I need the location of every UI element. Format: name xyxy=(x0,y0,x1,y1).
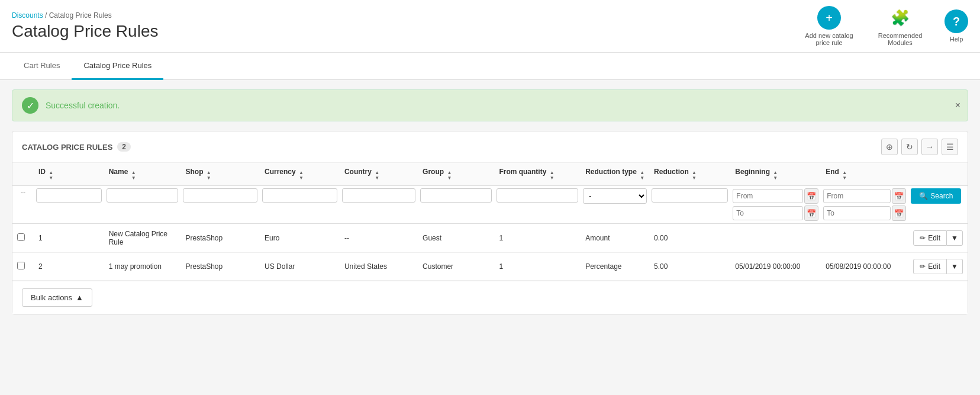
filter-beginning-to-input[interactable] xyxy=(733,206,803,220)
row1-actions: ✏ Edit ▼ xyxy=(908,224,968,253)
filter-beginning-from-calendar[interactable]: 📅 xyxy=(804,188,818,204)
breadcrumb-parent[interactable]: Discounts xyxy=(12,11,43,20)
price-rules-table: ID ▲▼ Name ▲▼ Shop ▲▼ Currency ▲▼ xyxy=(12,163,968,281)
table-panel-header: CATALOG PRICE RULES 2 ⊕ ↻ → ☰ xyxy=(12,131,968,163)
search-label: Search xyxy=(930,192,953,200)
panel-add-button[interactable]: ⊕ xyxy=(881,139,898,155)
filter-name-input[interactable] xyxy=(107,188,179,203)
col-reduction-type: Reduction type ▲▼ xyxy=(581,163,649,186)
filter-search-cell: 🔍 Search xyxy=(908,186,968,224)
row2-edit-button[interactable]: ✏ Edit xyxy=(913,259,947,274)
tab-catalog-price-rules[interactable]: Catalog Price Rules xyxy=(72,53,163,80)
panel-count-badge: 2 xyxy=(117,142,131,152)
page-title: Catalog Price Rules xyxy=(12,22,158,41)
sort-icon-beginning[interactable]: ▲▼ xyxy=(773,170,778,181)
filter-name xyxy=(104,186,181,224)
sort-icon-from-quantity[interactable]: ▲▼ xyxy=(550,170,555,181)
filter-beginning-from-input[interactable] xyxy=(733,189,803,203)
success-check-icon: ✓ xyxy=(22,97,38,114)
row1-group: Guest xyxy=(418,224,494,253)
filter-id-input[interactable] xyxy=(36,188,102,203)
row1-country: -- xyxy=(340,224,418,253)
panel-export-button[interactable]: → xyxy=(921,139,938,155)
sort-icon-name[interactable]: ▲▼ xyxy=(131,170,136,181)
row2-checkbox[interactable] xyxy=(17,262,25,269)
header: Discounts / Catalog Price Rules Catalog … xyxy=(0,0,980,53)
filter-reduction-input[interactable] xyxy=(652,188,728,203)
row1-id: 1 xyxy=(34,224,104,253)
filter-currency-input[interactable] xyxy=(262,188,337,203)
col-currency: Currency ▲▼ xyxy=(260,163,340,186)
filter-country-input[interactable] xyxy=(342,188,415,203)
filter-reduction xyxy=(649,186,730,224)
filter-beginning: 📅 📅 xyxy=(730,186,821,224)
row1-checkbox[interactable] xyxy=(17,233,25,241)
content-area: ✓ Successful creation. × CATALOG PRICE R… xyxy=(0,80,980,324)
filter-end-to-calendar[interactable]: 📅 xyxy=(892,205,906,221)
help-label: Help xyxy=(950,36,963,43)
bulk-actions-label: Bulk actions xyxy=(31,293,72,302)
row2-from-quantity: 1 xyxy=(494,253,581,281)
filter-from-quantity-input[interactable] xyxy=(497,188,578,203)
sort-icon-end[interactable]: ▲▼ xyxy=(842,170,847,181)
panel-title: CATALOG PRICE RULES 2 xyxy=(22,142,131,152)
filter-currency xyxy=(260,186,340,224)
filter-row: -- - Amount Percentage xyxy=(12,186,968,224)
row1-end xyxy=(821,224,908,253)
filter-end-from-calendar[interactable]: 📅 xyxy=(892,188,906,204)
recommended-modules-label: Recommended Modules xyxy=(873,32,927,46)
filter-country xyxy=(340,186,418,224)
sort-icon-group[interactable]: ▲▼ xyxy=(447,170,452,181)
table-panel: CATALOG PRICE RULES 2 ⊕ ↻ → ☰ ID ▲▼ xyxy=(12,131,968,314)
panel-columns-button[interactable]: ☰ xyxy=(942,139,958,155)
search-icon: 🔍 xyxy=(919,192,928,200)
recommended-modules-button[interactable]: 🧩 Recommended Modules xyxy=(873,6,927,46)
add-new-rule-button[interactable]: + Add new catalog price rule xyxy=(802,6,856,46)
row1-reduction: 0.00 xyxy=(649,224,730,253)
row1-reduction-type: Amount xyxy=(581,224,649,253)
row1-from-quantity: 1 xyxy=(494,224,581,253)
row1-edit-dropdown[interactable]: ▼ xyxy=(947,230,963,246)
edit-label: Edit xyxy=(928,234,940,242)
sort-icon-currency[interactable]: ▲▼ xyxy=(299,170,304,181)
row1-name: New Catalog Price Rule xyxy=(104,224,181,253)
sort-icon-reduction[interactable]: ▲▼ xyxy=(692,170,697,181)
row2-checkbox-cell xyxy=(12,253,34,281)
sort-icon-id[interactable]: ▲▼ xyxy=(49,170,53,181)
filter-shop-input[interactable] xyxy=(183,188,257,203)
sort-icon-reduction-type[interactable]: ▲▼ xyxy=(640,170,644,181)
success-close-button[interactable]: × xyxy=(955,100,960,111)
pencil-icon: ✏ xyxy=(920,262,926,271)
filter-end-to-input[interactable] xyxy=(823,206,891,220)
help-button[interactable]: ? Help xyxy=(944,9,968,43)
col-end: End ▲▼ xyxy=(821,163,908,186)
row2-currency: US Dollar xyxy=(260,253,340,281)
sort-icon-country[interactable]: ▲▼ xyxy=(375,170,379,181)
filter-end-from-input[interactable] xyxy=(823,189,891,203)
filter-search-button[interactable]: 🔍 Search xyxy=(911,188,961,204)
row1-edit-button[interactable]: ✏ Edit xyxy=(913,230,947,246)
sort-icon-shop[interactable]: ▲▼ xyxy=(207,170,211,181)
table-row: 1 New Catalog Price Rule PrestaShop Euro… xyxy=(12,224,968,253)
row1-beginning xyxy=(730,224,821,253)
success-banner: ✓ Successful creation. × xyxy=(12,89,968,121)
panel-tools: ⊕ ↻ → ☰ xyxy=(881,139,958,155)
row2-actions: ✏ Edit ▼ xyxy=(908,253,968,281)
table-header-row: ID ▲▼ Name ▲▼ Shop ▲▼ Currency ▲▼ xyxy=(12,163,968,186)
panel-refresh-button[interactable]: ↻ xyxy=(901,139,918,155)
tab-cart-rules[interactable]: Cart Rules xyxy=(12,53,72,80)
header-actions: + Add new catalog price rule 🧩 Recommend… xyxy=(802,6,968,46)
filter-group-input[interactable] xyxy=(420,188,492,203)
filter-reduction-type: - Amount Percentage xyxy=(581,186,649,224)
add-new-label: Add new catalog price rule xyxy=(802,32,856,46)
filter-id xyxy=(34,186,104,224)
row2-id: 2 xyxy=(34,253,104,281)
bulk-actions-button[interactable]: Bulk actions ▲ xyxy=(22,288,92,307)
filter-reduction-type-select[interactable]: - Amount Percentage xyxy=(583,188,647,204)
filter-end: 📅 📅 xyxy=(821,186,908,224)
row2-edit-dropdown[interactable]: ▼ xyxy=(947,259,963,274)
row2-reduction-type: Percentage xyxy=(581,253,649,281)
row2-group: Customer xyxy=(418,253,494,281)
filter-beginning-to-calendar[interactable]: 📅 xyxy=(804,205,818,221)
col-country: Country ▲▼ xyxy=(340,163,418,186)
